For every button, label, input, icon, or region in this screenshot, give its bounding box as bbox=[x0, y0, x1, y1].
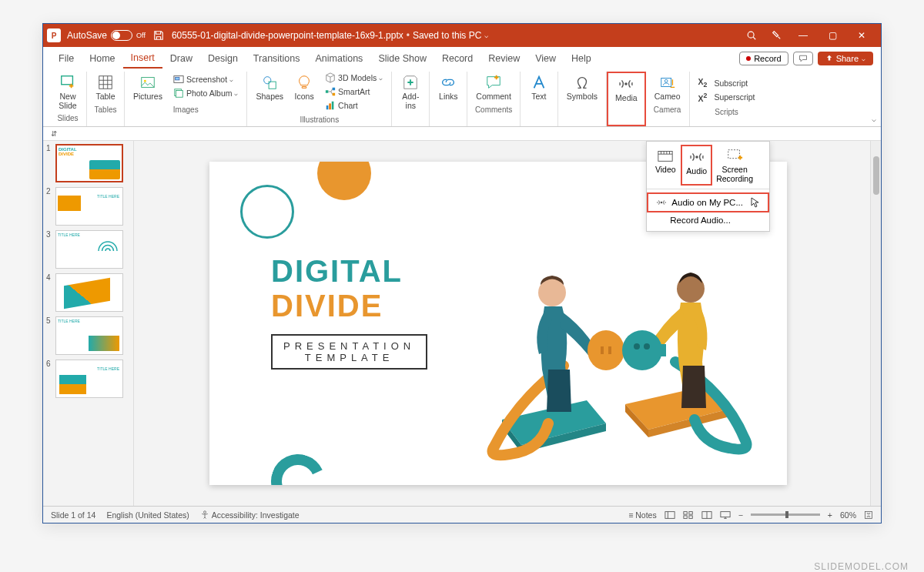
slide-title-2: DIVIDE bbox=[271, 289, 427, 323]
thumb-5[interactable]: TITLE HERE bbox=[55, 316, 123, 355]
thumbnail-panel[interactable]: 1DIGITALDIVIDE 2TITLE HERE 3TITLE HERE 4… bbox=[43, 141, 134, 506]
superscript-button[interactable]: X2 Superscript bbox=[698, 91, 755, 104]
svg-point-5 bbox=[144, 80, 146, 82]
group-images: Pictures Screenshot ⌵ Photo Album ⌵ Imag… bbox=[125, 72, 247, 126]
new-slide-button[interactable]: New Slide bbox=[54, 72, 82, 112]
comments-toggle[interactable] bbox=[793, 52, 813, 65]
text-button[interactable]: Text bbox=[525, 72, 553, 104]
svg-point-29 bbox=[644, 343, 650, 350]
notes-toggle[interactable]: ≡Notes bbox=[628, 510, 657, 520]
smartart-button[interactable]: SmartArt bbox=[325, 85, 370, 98]
subscript-button[interactable]: X2 Subscript bbox=[698, 76, 748, 89]
plugins-icon[interactable] bbox=[771, 30, 782, 41]
svg-point-27 bbox=[622, 330, 662, 370]
screenshot-button[interactable]: Screenshot ⌵ bbox=[173, 73, 233, 85]
group-scripts: X2 Subscript X2 Superscript Scripts bbox=[690, 72, 764, 126]
view-normal[interactable] bbox=[665, 510, 675, 520]
shapes-icon bbox=[261, 74, 278, 91]
pictures-icon bbox=[139, 74, 156, 91]
zoom-slider[interactable] bbox=[751, 513, 820, 516]
zoom-level[interactable]: 60% bbox=[840, 510, 856, 520]
photo-album-button[interactable]: Photo Album ⌵ bbox=[173, 87, 239, 99]
tab-animations[interactable]: Animations bbox=[308, 49, 371, 68]
search-icon[interactable] bbox=[746, 30, 757, 41]
3d-models-button[interactable]: 3D Models ⌵ bbox=[325, 72, 383, 84]
vertical-scrollbar[interactable] bbox=[870, 141, 881, 506]
zoom-in[interactable]: + bbox=[828, 510, 832, 520]
tab-view[interactable]: View bbox=[527, 49, 564, 68]
fit-window[interactable] bbox=[864, 510, 873, 520]
tab-home[interactable]: Home bbox=[82, 49, 122, 68]
titlebar: P AutoSave Off 60555-01-digital-divide-p… bbox=[43, 24, 881, 47]
media-button[interactable]: Media bbox=[611, 73, 641, 105]
qat-customize[interactable]: ⇵ bbox=[51, 129, 57, 138]
table-button[interactable]: Table bbox=[92, 72, 119, 104]
slide-counter[interactable]: Slide 1 of 14 bbox=[51, 510, 95, 520]
screen-rec-icon bbox=[726, 147, 743, 164]
record-audio-item[interactable]: Record Audio... bbox=[647, 212, 769, 228]
group-media: Media bbox=[607, 72, 646, 126]
filename[interactable]: 60555-01-digital-divide-powerpoint-templ… bbox=[172, 30, 488, 41]
audio-on-pc-item[interactable]: Audio on My PC... bbox=[647, 192, 769, 212]
autosave-toggle[interactable] bbox=[111, 30, 132, 41]
pictures-button[interactable]: Pictures bbox=[129, 72, 166, 104]
tab-insert[interactable]: Insert bbox=[123, 49, 162, 69]
audio-button[interactable]: Audio bbox=[681, 145, 712, 186]
menubar: File Home Insert Draw Design Transitions… bbox=[43, 47, 881, 70]
icons-button[interactable]: Icons bbox=[290, 72, 318, 104]
autosave-state: Off bbox=[136, 32, 146, 39]
maximize-button[interactable]: ▢ bbox=[825, 30, 840, 41]
svg-point-20 bbox=[665, 79, 668, 82]
canvas-area[interactable]: DIGITAL DIVIDE PRESENTATION TEMPLATE bbox=[134, 141, 870, 506]
comment-button[interactable]: Comment bbox=[472, 72, 515, 104]
slide-illustration bbox=[471, 246, 764, 462]
tab-help[interactable]: Help bbox=[564, 49, 599, 68]
tab-review[interactable]: Review bbox=[480, 49, 527, 68]
view-reading[interactable] bbox=[701, 510, 712, 520]
symbols-button[interactable]: Symbols bbox=[563, 72, 601, 104]
svg-rect-45 bbox=[865, 511, 872, 518]
tab-transitions[interactable]: Transitions bbox=[246, 49, 308, 68]
new-slide-icon bbox=[59, 74, 76, 91]
tab-record[interactable]: Record bbox=[434, 49, 480, 68]
content-area: 1DIGITALDIVIDE 2TITLE HERE 3TITLE HERE 4… bbox=[43, 141, 881, 506]
tab-draw[interactable]: Draw bbox=[162, 49, 200, 68]
record-button[interactable]: Record bbox=[739, 52, 788, 65]
links-button[interactable]: Links bbox=[434, 72, 462, 104]
svg-point-10 bbox=[264, 77, 271, 84]
cameo-button[interactable]: Cameo bbox=[651, 72, 685, 104]
save-icon[interactable] bbox=[153, 30, 164, 41]
thumb-6[interactable]: TITLE HERE bbox=[55, 360, 123, 398]
svg-rect-16 bbox=[329, 103, 331, 109]
close-button[interactable]: ✕ bbox=[854, 30, 869, 41]
minimize-button[interactable]: — bbox=[795, 30, 811, 41]
language[interactable]: English (United States) bbox=[106, 510, 189, 520]
tab-slideshow[interactable]: Slide Show bbox=[370, 49, 434, 68]
svg-point-0 bbox=[748, 32, 754, 38]
thumb-3[interactable]: TITLE HERE bbox=[55, 230, 123, 269]
shapes-button[interactable]: Shapes bbox=[252, 72, 287, 104]
ribbon-collapse[interactable]: ⌵ bbox=[872, 115, 876, 123]
autosave[interactable]: AutoSave Off bbox=[67, 30, 146, 41]
app-window: P AutoSave Off 60555-01-digital-divide-p… bbox=[42, 23, 882, 523]
group-tables: Table Tables bbox=[87, 72, 125, 126]
tab-file[interactable]: File bbox=[51, 49, 82, 68]
svg-rect-23 bbox=[591, 344, 598, 356]
thumb-1[interactable]: DIGITALDIVIDE bbox=[55, 144, 123, 182]
svg-point-28 bbox=[634, 343, 640, 350]
video-button[interactable]: Video bbox=[650, 145, 681, 186]
tab-design[interactable]: Design bbox=[200, 49, 246, 68]
screen-recording-button[interactable]: Screen Recording bbox=[712, 145, 757, 186]
autosave-label: AutoSave bbox=[67, 30, 107, 41]
view-sorter[interactable] bbox=[683, 510, 694, 520]
addins-button[interactable]: Add- ins bbox=[397, 72, 424, 112]
share-button[interactable]: Share⌵ bbox=[818, 52, 873, 65]
zoom-out[interactable]: − bbox=[738, 510, 743, 520]
view-slideshow[interactable] bbox=[720, 510, 731, 520]
thumb-4[interactable] bbox=[55, 273, 123, 312]
thumb-2[interactable]: TITLE HERE bbox=[55, 187, 123, 226]
svg-rect-2 bbox=[62, 76, 73, 85]
accessibility[interactable]: Accessibility: Investigate bbox=[200, 510, 300, 520]
chart-button[interactable]: Chart bbox=[325, 99, 358, 112]
cameo-icon bbox=[659, 74, 676, 91]
